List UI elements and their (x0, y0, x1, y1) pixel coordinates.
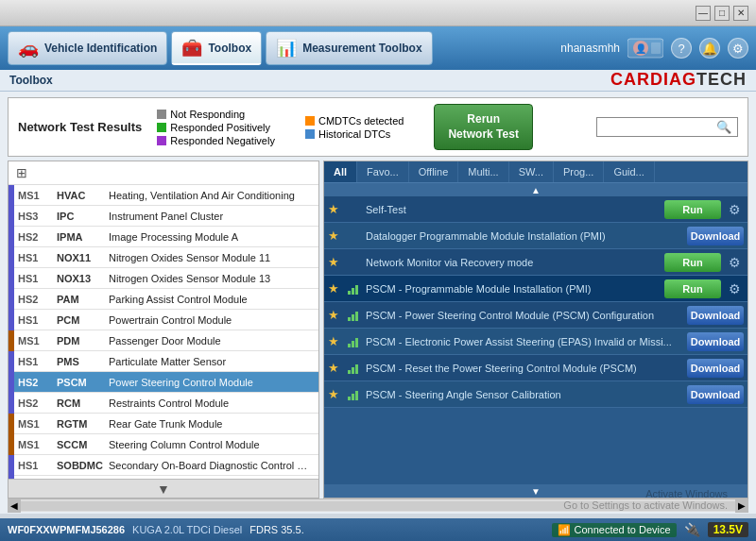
download-button[interactable]: Download (687, 306, 744, 325)
module-row[interactable]: HS1 NOX11 Nitrogen Oxides Sensor Module … (9, 247, 318, 268)
maximize-button[interactable]: □ (714, 6, 730, 21)
user-avatar-icon: 👤 (627, 35, 663, 61)
h-scroll-right-button[interactable]: ▶ (735, 499, 748, 513)
star-button[interactable]: ★ (324, 381, 343, 408)
nav-tab-vehicle[interactable]: 🚗 Vehicle Identification (8, 31, 167, 65)
settings-icon[interactable]: ⚙ (725, 253, 744, 272)
nav-tab-toolbox[interactable]: 🧰 Toolbox (171, 31, 262, 65)
module-row[interactable]: MS1 SCCM Steering Column Control Module (9, 434, 318, 455)
bus-code: HS2 (14, 377, 57, 388)
signal-bar-1 (348, 397, 351, 400)
module-row[interactable]: HS2 PSCM Power Steering Control Module (9, 372, 318, 393)
settings-icon[interactable]: ⚙ (725, 200, 744, 219)
star-button[interactable]: ★ (324, 329, 343, 355)
signal-bars (348, 283, 358, 295)
module-name: Nitrogen Oxides Sensor Module 11 (109, 252, 318, 263)
module-row[interactable]: MS1 RGTM Rear Gate Trunk Module (9, 414, 318, 434)
star-button[interactable]: ★ (324, 276, 343, 302)
search-icon[interactable]: 🔍 (716, 120, 731, 134)
right-tab-multi[interactable]: Multi... (458, 161, 508, 182)
star-button[interactable]: ★ (324, 355, 343, 381)
legend-dot-orange (305, 116, 315, 126)
grid-view-icon[interactable]: ⊞ (9, 161, 318, 185)
module-id: PSCM (57, 377, 109, 388)
network-bar-title: Network Test Results (18, 120, 142, 134)
signal-bar-1 (348, 370, 351, 374)
horizontal-scrollbar: ◀ ▶ (8, 499, 748, 512)
action-name: Self-Test (362, 204, 664, 215)
action-name: Datalogger Programmable Module Installat… (362, 230, 687, 242)
module-name: Restraints Control Module (109, 397, 318, 409)
right-scroll-down[interactable]: ▼ (324, 484, 747, 498)
module-name: Particulate Matter Sensor (109, 356, 318, 367)
legend-responded-negatively-label: Responded Negatively (170, 135, 275, 146)
legend-dot-gray (157, 110, 166, 119)
download-button[interactable]: Download (687, 385, 744, 404)
columns-area: ⊞ MS1 HVAC Heating, Ventilation And Air … (8, 161, 748, 499)
run-button[interactable]: Run (664, 279, 721, 298)
connected-status: 📶 Connected to Device (552, 523, 677, 537)
download-button[interactable]: Download (687, 332, 744, 351)
bus-code: MS1 (14, 335, 57, 347)
connected-label: Connected to Device (575, 524, 671, 535)
h-scroll-left-button[interactable]: ◀ (8, 499, 21, 513)
right-tabs: AllFavo...OfflineMulti...SW...Prog...Gui… (324, 161, 747, 183)
star-button[interactable]: ★ (324, 249, 343, 276)
bus-code: HS1 (14, 460, 57, 471)
right-scroll-up[interactable]: ▲ (324, 183, 747, 196)
module-row[interactable]: HS1 PMS Particulate Matter Sensor (9, 351, 318, 372)
signal-bar-3 (355, 391, 358, 400)
module-row[interactable]: MS1 PDM Passenger Door Module (9, 330, 318, 351)
search-input[interactable] (603, 121, 716, 134)
right-tab-guid[interactable]: Guid... (604, 161, 654, 182)
close-button[interactable]: ✕ (733, 6, 748, 21)
legend-items: Not Responding Responded Positively Resp… (157, 109, 275, 146)
legend-responded-negatively: Responded Negatively (157, 135, 275, 146)
module-row[interactable]: HS2 RCM Restraints Control Module (9, 393, 318, 414)
main-content: Network Test Results Not Responding Resp… (0, 92, 756, 514)
legend-right: CMDTCs detected Historical DTCs (305, 115, 404, 140)
svg-text:👤: 👤 (635, 42, 647, 55)
star-button[interactable]: ★ (324, 302, 343, 329)
signal-icon (343, 389, 362, 400)
module-name: Image Processing Module A (109, 231, 318, 243)
logo-tech: TECH (696, 70, 747, 89)
download-button[interactable]: Download (687, 227, 744, 245)
help-button[interactable]: ? (671, 38, 692, 59)
bus-code: HS1 (14, 252, 57, 263)
module-row[interactable]: HS2 PAM Parking Assist Control Module (9, 289, 318, 310)
module-name: Passenger Door Module (109, 335, 318, 347)
module-id: RGTM (57, 418, 109, 430)
module-row[interactable]: HS1 SOBDMC Secondary On-Board Diagnostic… (9, 455, 318, 476)
module-row[interactable]: HS1 NOX13 Nitrogen Oxides Sensor Module … (9, 268, 318, 289)
star-button[interactable]: ★ (324, 196, 343, 223)
nav-tab-measurement-label: Measurement Toolbox (302, 42, 421, 55)
right-tab-all[interactable]: All (324, 161, 357, 182)
right-tab-prog[interactable]: Prog... (554, 161, 604, 182)
module-row[interactable]: MS1 HVAC Heating, Ventilation And Air Co… (9, 185, 318, 206)
nav-tab-measurement[interactable]: 📊 Measurement Toolbox (266, 31, 432, 65)
bus-code: HS1 (14, 273, 57, 284)
minimize-button[interactable]: — (696, 6, 711, 21)
scroll-down-arrow[interactable]: ▼ (9, 479, 318, 498)
module-row[interactable]: HS2 IPMA Image Processing Module A (9, 227, 318, 247)
actions-panel: AllFavo...OfflineMulti...SW...Prog...Gui… (323, 161, 748, 499)
bell-button[interactable]: 🔔 (699, 38, 720, 59)
svg-rect-3 (651, 42, 661, 54)
module-id: PMS (57, 356, 109, 367)
run-button[interactable]: Run (664, 200, 721, 219)
module-row[interactable]: HS3 IPC Instrument Panel Cluster (9, 206, 318, 227)
right-tab-favo[interactable]: Favo... (357, 161, 409, 182)
star-button[interactable]: ★ (324, 223, 343, 249)
settings-icon[interactable]: ⚙ (725, 279, 744, 298)
run-button[interactable]: Run (664, 253, 721, 272)
nav-bar: 🚗 Vehicle Identification 🧰 Toolbox 📊 Mea… (0, 26, 756, 70)
action-name: PSCM - Reset the Power Steering Control … (362, 363, 687, 374)
module-row[interactable]: HS1 PCM Powertrain Control Module (9, 310, 318, 330)
module-id: SCCM (57, 439, 109, 450)
rerun-button[interactable]: RerunNetwork Test (434, 104, 532, 150)
right-tab-sw[interactable]: SW... (509, 161, 554, 182)
settings-nav-button[interactable]: ⚙ (728, 38, 748, 59)
download-button[interactable]: Download (687, 359, 744, 378)
right-tab-offline[interactable]: Offline (409, 161, 459, 182)
